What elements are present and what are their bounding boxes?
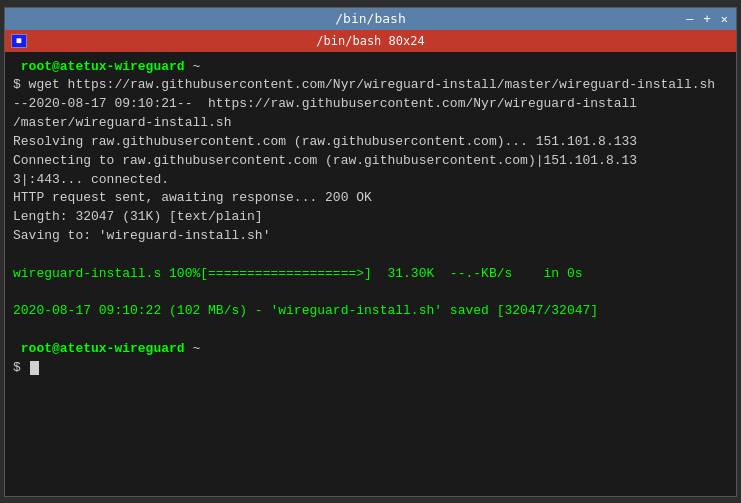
line-out-6: HTTP request sent, awaiting response... … bbox=[13, 189, 728, 208]
line-blank-2 bbox=[13, 284, 728, 303]
minimize-button[interactable]: – bbox=[682, 12, 697, 26]
prompt-user-2: root@atetux-wireguard bbox=[13, 341, 185, 356]
cursor bbox=[30, 361, 39, 375]
line-out-4: Connecting to raw.githubusercontent.com … bbox=[13, 152, 728, 171]
outer-title-text: /bin/bash bbox=[335, 11, 405, 26]
outer-title-bar: /bin/bash – + ✕ bbox=[5, 8, 736, 30]
line-blank-3 bbox=[13, 321, 728, 340]
line-out-5: 3|:443... connected. bbox=[13, 171, 728, 190]
line-input[interactable]: $ bbox=[13, 359, 728, 378]
close-button[interactable]: ✕ bbox=[717, 12, 732, 26]
line-out-7: Length: 32047 (31K) [text/plain] bbox=[13, 208, 728, 227]
terminal-body[interactable]: root@atetux-wireguard ~ $ wget https://r… bbox=[5, 52, 736, 496]
inner-title-bar: ■ /bin/bash 80x24 bbox=[5, 30, 736, 52]
line-progress: wireguard-install.s 100%[===============… bbox=[13, 265, 728, 284]
line-prompt-2: root@atetux-wireguard ~ bbox=[13, 340, 728, 359]
line-blank-1 bbox=[13, 246, 728, 265]
line-cmd: $ wget https://raw.githubusercontent.com… bbox=[13, 76, 728, 95]
line-prompt-1: root@atetux-wireguard ~ bbox=[13, 58, 728, 77]
prompt-dir-1: ~ bbox=[185, 59, 201, 74]
inner-title-text: /bin/bash 80x24 bbox=[316, 34, 424, 48]
line-out-3: Resolving raw.githubusercontent.com (raw… bbox=[13, 133, 728, 152]
maximize-button[interactable]: + bbox=[700, 12, 715, 26]
prompt-dir-2: ~ bbox=[185, 341, 201, 356]
terminal-window: /bin/bash – + ✕ ■ /bin/bash 80x24 root@a… bbox=[4, 7, 737, 497]
cmd-text: $ wget https://raw.githubusercontent.com… bbox=[13, 77, 715, 92]
line-out-8: Saving to: 'wireguard-install.sh' bbox=[13, 227, 728, 246]
prompt-user-1: root@atetux-wireguard bbox=[13, 59, 185, 74]
line-saved: 2020-08-17 09:10:22 (102 MB/s) - 'wiregu… bbox=[13, 302, 728, 321]
window-icon: ■ bbox=[11, 34, 27, 48]
line-out-1: --2020-08-17 09:10:21-- https://raw.gith… bbox=[13, 95, 728, 114]
window-controls[interactable]: – + ✕ bbox=[682, 12, 732, 26]
line-out-2: /master/wireguard-install.sh bbox=[13, 114, 728, 133]
